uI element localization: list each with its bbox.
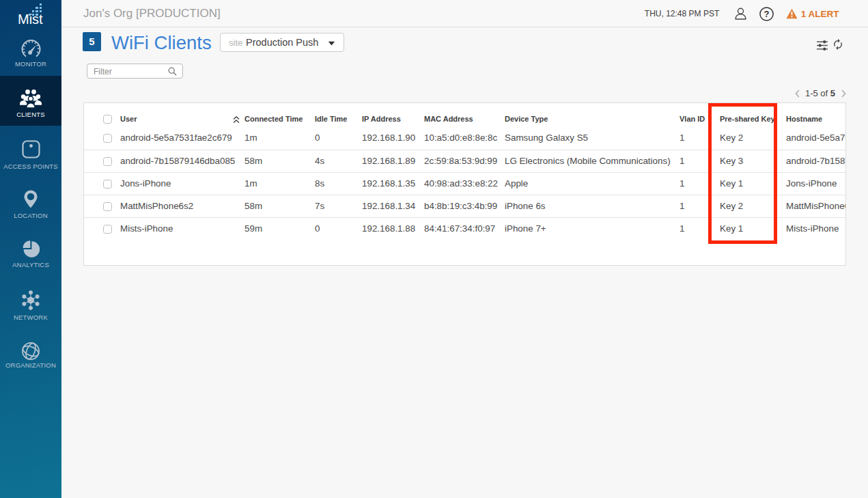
- svg-text:?: ?: [764, 9, 770, 19]
